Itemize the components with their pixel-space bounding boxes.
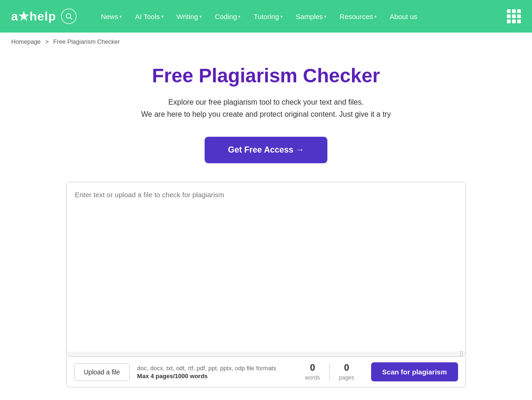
resize-handle: ⠿ <box>66 352 466 356</box>
pages-label: pages <box>339 374 354 381</box>
chevron-down-icon: ▾ <box>324 14 326 19</box>
nav-item-coding[interactable]: Coding ▾ <box>209 9 246 24</box>
chevron-down-icon: ▾ <box>238 14 240 19</box>
pages-count: 0 <box>339 362 354 373</box>
max-info-text: Max 4 pages/1000 words <box>137 373 288 380</box>
main-nav: News ▾ AI Tools ▾ Writing ▾ Coding ▾ Tut… <box>95 9 507 24</box>
nav-item-about-us[interactable]: About us <box>384 9 423 24</box>
scan-for-plagiarism-button[interactable]: Scan for plagiarism <box>371 362 458 381</box>
nav-item-tutoring[interactable]: Tutoring ▾ <box>248 9 288 24</box>
bottom-bar: Upload a file doc, docx, txt, odt, rtf, … <box>66 357 466 387</box>
chevron-down-icon: ▾ <box>120 14 122 19</box>
words-count: 0 <box>305 362 320 373</box>
chevron-down-icon: ▾ <box>374 14 377 19</box>
page-title: Free Plagiarism Checker <box>66 65 466 87</box>
chevron-down-icon: ▾ <box>161 14 164 19</box>
search-button[interactable] <box>61 8 77 24</box>
main-content: Free Plagiarism Checker Explore our free… <box>57 51 475 400</box>
breadcrumb: Homepage > Free Plagiarism Checker <box>0 33 532 51</box>
text-input[interactable] <box>66 182 466 350</box>
upload-file-button[interactable]: Upload a file <box>74 363 130 381</box>
header: a★help News ▾ AI Tools ▾ Writing ▾ Codin… <box>0 0 532 33</box>
nav-item-writing[interactable]: Writing ▾ <box>171 9 207 24</box>
text-area-wrapper: ⠿ <box>66 182 466 357</box>
file-formats-text: doc, docx, txt, odt, rtf, pdf, ppt, pptx… <box>137 365 288 372</box>
chevron-down-icon: ▾ <box>280 14 283 19</box>
chevron-down-icon: ▾ <box>200 14 202 19</box>
words-label: words <box>305 374 320 381</box>
stats-container: 0 words 0 pages <box>296 362 364 381</box>
file-info: doc, docx, txt, odt, rtf, pdf, ppt, pptx… <box>137 365 288 380</box>
svg-line-1 <box>70 18 72 20</box>
nav-item-news[interactable]: News ▾ <box>95 9 128 24</box>
breadcrumb-home[interactable]: Homepage <box>11 38 41 45</box>
resize-icon: ⠿ <box>459 350 464 357</box>
get-free-access-button[interactable]: Get Free Access → <box>205 137 327 163</box>
breadcrumb-current: Free Plagiarism Checker <box>53 38 120 45</box>
pages-stat: 0 pages <box>330 362 364 381</box>
subtitle: Explore our free plagiarism tool to chec… <box>66 96 466 120</box>
words-stat: 0 words <box>296 362 329 381</box>
grid-menu-icon[interactable] <box>507 9 521 23</box>
logo-area: a★help <box>11 8 77 24</box>
nav-item-resources[interactable]: Resources ▾ <box>334 9 382 24</box>
search-icon <box>65 13 73 20</box>
nav-item-samples[interactable]: Samples ▾ <box>290 9 332 24</box>
breadcrumb-separator: > <box>45 38 49 45</box>
nav-item-ai-tools[interactable]: AI Tools ▾ <box>129 9 169 24</box>
logo: a★help <box>11 9 56 24</box>
plagiarism-tool-container: ⠿ Upload a file doc, docx, txt, odt, rtf… <box>66 182 466 387</box>
